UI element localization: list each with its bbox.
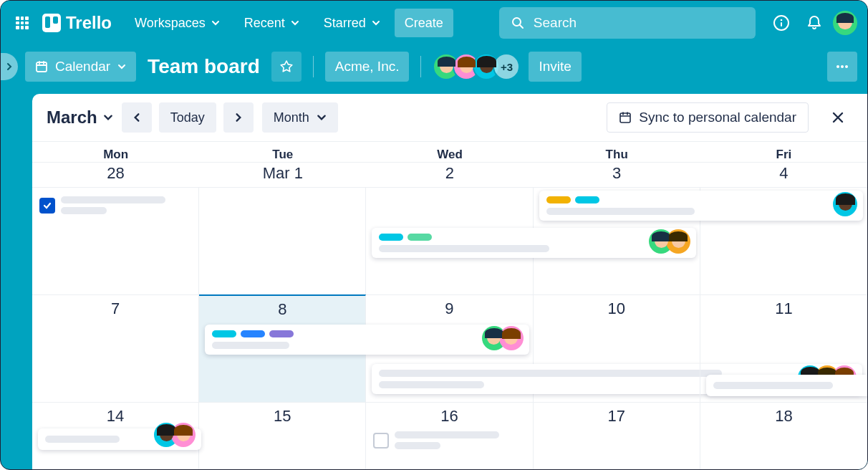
next-button[interactable] [223, 102, 254, 133]
calendar-cell[interactable]: 16 [366, 402, 533, 469]
calendar-icon [35, 60, 48, 73]
board-menu-button[interactable] [827, 52, 857, 82]
date-label: 11 [700, 299, 867, 318]
notifications-button[interactable] [800, 9, 829, 37]
more-horizontal-icon [834, 59, 850, 75]
starred-menu[interactable]: Starred [314, 9, 390, 37]
calendar-cell[interactable] [32, 187, 199, 294]
svg-rect-8 [620, 113, 630, 123]
date-label: 17 [534, 407, 700, 426]
month-picker[interactable]: March [47, 107, 113, 128]
avatar [171, 423, 196, 447]
calendar-cell[interactable]: 7 [32, 294, 199, 402]
calendar-card[interactable] [38, 428, 201, 450]
calendar-cell[interactable]: 17 [534, 402, 700, 469]
sync-calendar-button[interactable]: Sync to personal calendar [607, 102, 809, 133]
board-members[interactable]: +3 [433, 53, 520, 80]
recent-menu[interactable]: Recent [234, 9, 309, 37]
svg-point-6 [841, 65, 844, 68]
calendar-cell[interactable] [534, 187, 700, 294]
date-label: 16 [366, 407, 532, 426]
date-label: 15 [199, 407, 365, 426]
calendar-cell[interactable]: 10 [534, 294, 700, 402]
prev-button[interactable] [122, 102, 152, 133]
chevron-down-icon [317, 112, 327, 123]
board-title[interactable]: Team board [148, 55, 260, 78]
invite-button[interactable]: Invite [529, 52, 581, 82]
date-label: 7 [32, 299, 198, 318]
date-label: 18 [700, 407, 867, 426]
calendar-panel: March Today Month Sync to personal calen… [32, 94, 867, 469]
date-label: Mar 1 [199, 163, 366, 187]
star-board-button[interactable] [271, 52, 302, 82]
view-picker[interactable]: Month [262, 102, 338, 133]
date-label: 10 [534, 299, 700, 318]
date-label: 28 [32, 163, 199, 187]
date-label: 3 [534, 163, 700, 187]
chevron-down-icon [103, 112, 113, 123]
workspaces-menu[interactable]: Workspaces [125, 9, 230, 37]
date-row: 28 Mar 1 2 3 4 [32, 163, 867, 187]
star-icon [279, 59, 294, 74]
day-header: Mon [32, 142, 199, 162]
day-header: Wed [366, 142, 533, 162]
close-button[interactable] [823, 102, 853, 133]
account-avatar[interactable] [833, 11, 857, 35]
today-button[interactable]: Today [159, 102, 216, 133]
close-icon [830, 110, 846, 125]
divider [313, 56, 314, 77]
calendar-card[interactable] [706, 375, 867, 396]
board-bar: Calendar Team board Acme, Inc. +3 Invite [1, 45, 867, 88]
calendar-toolbar: March Today Month Sync to personal calen… [32, 94, 867, 142]
calendar-cell[interactable]: 11 [700, 294, 867, 402]
trello-logo-icon [42, 14, 61, 32]
calendar-cell[interactable] [700, 187, 867, 294]
calendar-icon [619, 111, 632, 124]
calendar-cell-today[interactable]: 8 [199, 294, 366, 402]
date-label: 8 [199, 300, 365, 319]
calendar-cell[interactable]: 18 [700, 402, 867, 469]
svg-point-5 [836, 65, 839, 68]
svg-rect-3 [781, 22, 782, 27]
chevron-right-icon [233, 112, 243, 123]
search-icon [511, 16, 525, 30]
chevron-left-icon [132, 112, 142, 123]
chevron-down-icon [211, 19, 220, 27]
search-input[interactable] [534, 15, 744, 31]
checkbox-checked-icon [39, 198, 55, 214]
calendar-cell[interactable] [366, 187, 533, 294]
info-button[interactable] [767, 9, 796, 37]
day-header: Fri [700, 142, 867, 162]
date-label: 9 [366, 299, 532, 318]
calendar-cell[interactable]: 14 [32, 402, 199, 469]
checkbox-unchecked-icon [373, 433, 389, 449]
calendar-grid: 7 8 9 [32, 187, 867, 469]
day-headers: Mon Tue Wed Thu Fri [32, 142, 867, 163]
calendar-cell[interactable]: 9 [366, 294, 533, 402]
expand-sidebar-button[interactable] [1, 53, 18, 80]
workspace-button[interactable]: Acme, Inc. [325, 52, 410, 82]
calendar-cell[interactable] [199, 187, 366, 294]
divider [420, 56, 421, 77]
chevron-down-icon [372, 19, 380, 27]
day-header: Thu [534, 142, 700, 162]
view-switcher[interactable]: Calendar [25, 52, 136, 82]
top-nav: Trello Workspaces Recent Starred Create [1, 1, 867, 45]
calendar-cell[interactable]: 15 [199, 402, 366, 469]
svg-point-7 [845, 65, 848, 68]
date-label: 2 [366, 163, 533, 187]
date-label: 4 [700, 163, 867, 187]
chevron-down-icon [291, 19, 299, 27]
brand-name: Trello [66, 13, 112, 33]
svg-point-2 [781, 19, 783, 21]
trello-logo[interactable]: Trello [42, 13, 112, 33]
create-button[interactable]: Create [395, 9, 453, 37]
svg-rect-4 [37, 62, 47, 72]
chevron-down-icon [117, 62, 126, 71]
search-bar[interactable] [499, 7, 756, 39]
day-header: Tue [199, 142, 366, 162]
app-switcher-icon[interactable] [11, 11, 34, 34]
